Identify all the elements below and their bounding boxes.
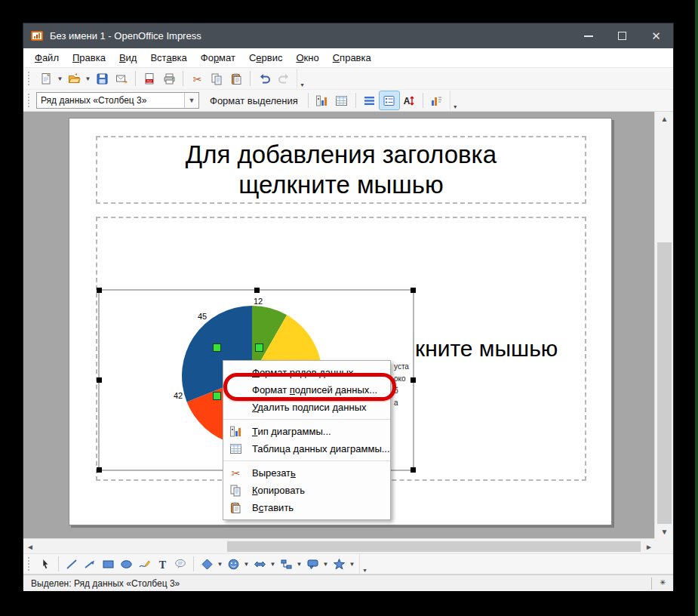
cut-button[interactable]: ✂ <box>187 69 207 88</box>
resize-handle-n[interactable] <box>254 288 260 293</box>
context-menu-separator <box>223 416 390 423</box>
line-button[interactable] <box>63 555 81 573</box>
context-menu-item-5[interactable]: Таблица данных диаграммы... <box>223 440 390 457</box>
scale-text-button[interactable]: A <box>399 91 419 109</box>
vertical-scrollbar[interactable]: ▲ ▼ <box>654 112 673 538</box>
paste-icon <box>229 501 243 515</box>
horizontal-scrollbar[interactable]: ◄ ► <box>23 538 656 553</box>
select-button[interactable] <box>36 555 54 573</box>
resize-handle-sw[interactable] <box>97 467 102 473</box>
data-table-button[interactable] <box>332 91 352 109</box>
toolbar-grip[interactable] <box>26 94 32 107</box>
paste-button[interactable] <box>226 69 246 88</box>
text-button[interactable]: T <box>153 555 171 573</box>
symbol-shapes-button[interactable] <box>224 555 242 573</box>
context-menu-item-7[interactable]: ✂Вырезать <box>223 464 390 482</box>
series-selection-handle[interactable] <box>255 343 263 352</box>
menu-вставка[interactable]: Вставка <box>143 49 193 66</box>
scroll-down-icon[interactable]: ▼ <box>655 525 673 538</box>
toolbar-grip[interactable] <box>26 557 32 571</box>
chart-type-icon <box>315 94 328 107</box>
resize-handle-se[interactable] <box>410 467 416 473</box>
toolbar-overflow-button[interactable]: ▾ <box>359 554 370 574</box>
auto-layout-icon <box>430 94 443 107</box>
chevron-down-icon[interactable]: ▼ <box>216 555 224 573</box>
vertical-scrollbar-thumb[interactable] <box>657 242 672 524</box>
resize-handle-ne[interactable] <box>410 288 416 293</box>
save-button[interactable] <box>92 69 112 88</box>
legend-button[interactable] <box>380 91 399 109</box>
basic-shapes-icon <box>201 558 214 571</box>
context-menu-item-4[interactable]: Тип диаграммы... <box>223 423 390 440</box>
callouts-button[interactable] <box>171 555 189 573</box>
print-button[interactable] <box>159 69 179 88</box>
scroll-up-icon[interactable]: ▲ <box>655 112 673 125</box>
legend-entry-fragment: а <box>394 399 398 407</box>
new-document-button[interactable] <box>36 69 56 88</box>
chart-type-button[interactable] <box>312 91 332 109</box>
auto-layout-button[interactable] <box>427 91 447 109</box>
chevron-down-icon[interactable]: ▼ <box>184 93 198 108</box>
format-selection-button[interactable]: Формат выделения <box>204 92 304 109</box>
title-placeholder-line2: щелкните мышью <box>238 170 443 200</box>
scroll-left-icon[interactable]: ◄ <box>23 539 37 554</box>
series-selection-handle[interactable] <box>213 392 221 400</box>
chevron-down-icon[interactable]: ▼ <box>84 69 92 88</box>
callout-shapes-button[interactable] <box>303 555 321 573</box>
toolbar-overflow-button[interactable]: ▾ <box>297 69 307 88</box>
resize-handle-nw[interactable] <box>97 288 102 293</box>
chevron-down-icon[interactable]: ▼ <box>295 555 303 573</box>
title-bar[interactable]: Без имени 1 - OpenOffice Impress ✕ <box>23 23 673 48</box>
chevron-down-icon[interactable]: ▼ <box>56 69 64 88</box>
context-menu-item-2[interactable]: Удалить подписи данных <box>223 399 390 416</box>
menu-правка[interactable]: Правка <box>66 49 112 66</box>
export-pdf-button[interactable]: PDF <box>140 69 159 88</box>
fit-page-icon[interactable]: ✳ <box>660 578 666 587</box>
menu-формат[interactable]: Формат <box>194 49 242 66</box>
toolbar-grip[interactable] <box>26 72 32 85</box>
email-button[interactable] <box>112 69 131 88</box>
title-placeholder[interactable]: Для добавления заголовка щелкните мышью <box>96 136 586 204</box>
callout-shapes-icon <box>306 558 319 571</box>
minimize-button[interactable] <box>571 23 605 48</box>
open-button[interactable] <box>64 69 84 88</box>
flowchart-button[interactable] <box>277 555 295 573</box>
context-menu-item-9[interactable]: Вставить <box>223 499 390 516</box>
menu-bar: ФайлПравкаВидВставкаФорматСервисОкноСпра… <box>23 48 673 68</box>
resize-handle-e[interactable] <box>410 377 416 383</box>
basic-shapes-button[interactable] <box>198 555 216 573</box>
chevron-down-icon[interactable]: ▼ <box>269 555 277 573</box>
arrow-button[interactable] <box>81 555 99 573</box>
email-icon <box>115 72 128 85</box>
chevron-down-icon[interactable]: ▼ <box>348 555 356 573</box>
context-menu-item-8[interactable]: Копировать <box>223 482 390 499</box>
maximize-button[interactable] <box>605 23 639 48</box>
rectangle-button[interactable] <box>99 555 117 573</box>
chevron-down-icon[interactable]: ▼ <box>321 555 330 573</box>
series-selector-value: Ряд данных «Столбец 3» <box>37 95 184 106</box>
copy-icon <box>229 484 243 497</box>
series-selector[interactable]: Ряд данных «Столбец 3» ▼ <box>36 92 199 109</box>
undo-button[interactable] <box>254 69 274 88</box>
menu-сервис[interactable]: Сервис <box>242 49 290 66</box>
stars-button[interactable] <box>330 555 348 573</box>
menu-файл[interactable]: Файл <box>28 49 66 66</box>
block-arrows-button[interactable] <box>251 555 269 573</box>
chevron-down-icon[interactable]: ▼ <box>242 555 251 573</box>
menu-окно[interactable]: Окно <box>289 49 325 66</box>
horizontal-scrollbar-thumb[interactable] <box>227 541 641 552</box>
close-button[interactable]: ✕ <box>639 23 673 48</box>
menu-вид[interactable]: Вид <box>112 49 144 66</box>
freeform-line-icon <box>138 558 151 571</box>
redo-button[interactable] <box>274 69 294 88</box>
menu-справка[interactable]: Справка <box>326 49 378 66</box>
series-selection-handle[interactable] <box>213 343 221 352</box>
copy-button[interactable] <box>207 69 226 88</box>
pie-data-label-blue: 45 <box>198 312 207 321</box>
toolbar-overflow-button[interactable]: ▾ <box>450 91 460 110</box>
resize-handle-w[interactable] <box>97 377 102 383</box>
context-menu-item-label: Вставить <box>252 502 294 513</box>
freeform-line-button[interactable] <box>135 555 153 573</box>
ellipse-button[interactable] <box>117 555 135 573</box>
horizontal-grids-button[interactable] <box>360 91 380 109</box>
